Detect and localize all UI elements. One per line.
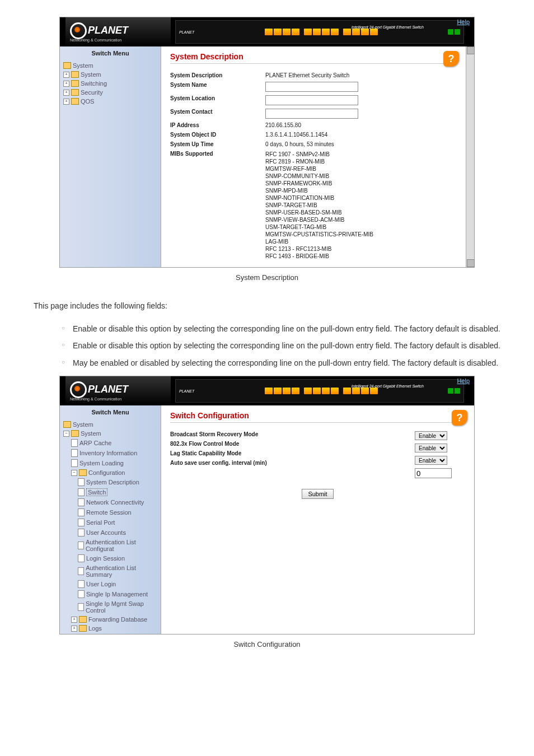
tree-item[interactable]: Authentication List Summary bbox=[63, 563, 157, 579]
val-oid: 1.3.6.1.4.1.10456.1.1454 bbox=[265, 132, 457, 138]
expand-icon[interactable]: + bbox=[63, 90, 69, 96]
tree-item[interactable]: +Switching bbox=[63, 79, 157, 88]
doc-icon bbox=[78, 603, 84, 611]
tree-item[interactable]: Inventory Information bbox=[63, 448, 157, 458]
tree-item[interactable]: +Security bbox=[63, 88, 157, 97]
sidebar: Switch Menu System +System +Switching +S… bbox=[60, 46, 161, 267]
tree-item[interactable]: Remote Session bbox=[63, 507, 157, 517]
scrollbar[interactable] bbox=[466, 46, 474, 267]
expand-icon[interactable]: + bbox=[63, 81, 69, 87]
folder-icon bbox=[71, 430, 79, 437]
bullet-item: ○May be enabled or disabled by selecting… bbox=[62, 356, 500, 371]
tree-item[interactable]: +Forwarding Database bbox=[63, 615, 157, 624]
logo: PLANET Networking & Communication bbox=[65, 376, 171, 405]
tree-root[interactable]: System bbox=[63, 420, 157, 429]
tree-item[interactable]: +System bbox=[63, 70, 157, 79]
doc-icon bbox=[78, 542, 84, 549]
tree-item[interactable]: Network Connectivity bbox=[63, 497, 157, 507]
doc-icon bbox=[78, 567, 84, 575]
screenshot-system-description: PLANET Networking & Communication PLANET… bbox=[59, 17, 475, 268]
doc-icon bbox=[71, 449, 78, 457]
doc-icon bbox=[78, 508, 85, 516]
figure-caption: Switch Configuration bbox=[34, 640, 500, 648]
tree-item[interactable]: User Login bbox=[63, 579, 157, 589]
folder-icon bbox=[79, 469, 87, 476]
label-sysname: System Name bbox=[170, 82, 265, 92]
folder-icon bbox=[71, 80, 79, 87]
expand-icon[interactable]: + bbox=[71, 617, 77, 623]
tree-item[interactable]: Switch bbox=[63, 487, 157, 497]
device-label: Intelligent 24-port Gigabit Ethernet Swi… bbox=[352, 384, 424, 388]
folder-icon bbox=[79, 616, 87, 623]
collapse-icon[interactable]: − bbox=[63, 431, 69, 437]
sidebar: Switch Menu System −System ARP CacheInve… bbox=[60, 405, 161, 634]
tree-item[interactable]: User Accounts bbox=[63, 528, 157, 538]
doc-icon bbox=[78, 478, 85, 486]
label-auto: Auto save user config. interval (min) bbox=[170, 460, 316, 466]
device-image: PLANET bbox=[175, 379, 464, 403]
tree-item[interactable]: Authentication List Configurat bbox=[63, 538, 157, 553]
tree-item[interactable]: Single Ip Management bbox=[63, 589, 157, 599]
tree-item[interactable]: Single Ip Mgmt Swap Control bbox=[63, 599, 157, 615]
doc-icon bbox=[71, 439, 78, 447]
input-autosave[interactable] bbox=[415, 468, 452, 478]
figure-caption: System Description bbox=[34, 273, 500, 282]
label-syslocation: System Location bbox=[170, 95, 265, 105]
content-pane: ? System Description System DescriptionP… bbox=[161, 46, 466, 267]
label-mibs: MIBs Supported bbox=[170, 151, 265, 260]
input-syslocation[interactable] bbox=[265, 95, 358, 105]
submit-button[interactable]: Submit bbox=[302, 489, 333, 499]
input-sysname[interactable] bbox=[265, 82, 358, 92]
help-icon[interactable]: ? bbox=[452, 410, 467, 426]
help-link[interactable]: Help bbox=[457, 18, 470, 25]
tree-root[interactable]: System bbox=[63, 61, 157, 70]
select-lag[interactable]: Enable bbox=[415, 456, 447, 465]
page-title: Switch Configuration bbox=[170, 411, 465, 423]
doc-intro: This page includes the following fields: bbox=[34, 298, 500, 314]
doc-icon bbox=[78, 529, 85, 536]
val-uptime: 0 days, 0 hours, 53 minutes bbox=[265, 141, 457, 147]
folder-icon bbox=[79, 625, 87, 632]
bullet-item: ○Enable or disable this option by select… bbox=[62, 321, 500, 337]
select-flow[interactable]: Enable bbox=[415, 444, 447, 452]
banner: PLANET Networking & Communication PLANET… bbox=[60, 17, 474, 46]
label-oid: System Object ID bbox=[170, 132, 265, 138]
logo: PLANET Networking & Communication bbox=[65, 17, 171, 46]
folder-icon bbox=[71, 98, 79, 105]
help-icon[interactable]: ? bbox=[443, 51, 459, 67]
label-lag: Lag Static Capability Mode bbox=[170, 450, 316, 456]
expand-icon[interactable]: + bbox=[63, 99, 69, 105]
doc-icon bbox=[78, 519, 85, 526]
label-syscontact: System Contact bbox=[170, 109, 265, 119]
brand-text: PLANET bbox=[88, 25, 128, 36]
sidebar-title: Switch Menu bbox=[60, 46, 161, 60]
tree-item[interactable]: Login Session bbox=[63, 553, 157, 563]
tree-item[interactable]: −System bbox=[63, 429, 157, 438]
tree-item[interactable]: −Configuration bbox=[63, 468, 157, 477]
doc-icon bbox=[78, 498, 85, 506]
tree-item[interactable]: ARP Cache bbox=[63, 438, 157, 448]
page-title: System Description bbox=[170, 52, 457, 64]
tree-item[interactable]: System Description bbox=[63, 477, 157, 487]
select-bcast[interactable]: Enable bbox=[415, 431, 447, 440]
bullet-item: ○Enable or disable this option by select… bbox=[62, 338, 500, 353]
label-bcast: Broadcast Storm Recovery Mode bbox=[170, 431, 316, 437]
folder-icon bbox=[71, 71, 79, 78]
expand-icon[interactable]: + bbox=[71, 626, 77, 632]
expand-icon[interactable]: + bbox=[63, 72, 69, 78]
collapse-icon[interactable]: − bbox=[71, 470, 77, 476]
val-mibs: RFC 1907 - SNMPv2-MIBRFC 2819 - RMON-MIB… bbox=[265, 151, 457, 260]
banner: PLANET Networking & Communication PLANET… bbox=[60, 376, 474, 405]
tree-item[interactable]: System Loading bbox=[63, 458, 157, 468]
val-sysdesc: PLANET Ethernet Security Switch bbox=[265, 72, 457, 78]
val-ip: 210.66.155.80 bbox=[265, 122, 457, 128]
tree-item[interactable]: +Logs bbox=[63, 624, 157, 633]
device-label: Intelligent 24-port Gigabit Ethernet Swi… bbox=[352, 25, 424, 29]
tree-item[interactable]: Serial Port bbox=[63, 517, 157, 528]
label-ip: IP Address bbox=[170, 122, 265, 128]
doc-icon bbox=[78, 590, 85, 598]
help-link[interactable]: Help bbox=[457, 377, 470, 384]
tree-item[interactable]: +QOS bbox=[63, 97, 157, 106]
brand-text: PLANET bbox=[88, 384, 128, 395]
input-syscontact[interactable] bbox=[265, 109, 358, 119]
